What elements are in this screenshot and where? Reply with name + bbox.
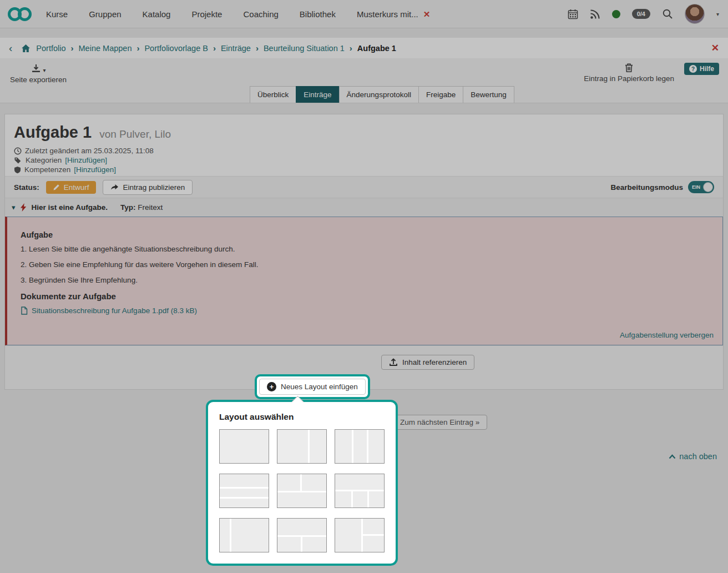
layout-chooser-popup: Layout auswählen bbox=[210, 404, 393, 561]
plus-circle-icon: + bbox=[267, 382, 276, 391]
tour-highlight-new-layout: + Neues Layout einfügen bbox=[255, 374, 370, 399]
layout-3-rows[interactable] bbox=[219, 474, 269, 508]
layout-options-grid bbox=[219, 429, 385, 552]
layout-popup-title: Layout auswählen bbox=[219, 412, 385, 422]
layout-1-top-2-bottom[interactable] bbox=[277, 518, 327, 552]
layout-1-top-3-bottom[interactable] bbox=[335, 474, 385, 508]
tour-highlight-popup: Layout auswählen bbox=[206, 400, 398, 566]
new-layout-button[interactable]: + Neues Layout einfügen bbox=[259, 379, 366, 395]
layout-2-top-1-bottom[interactable] bbox=[277, 474, 327, 508]
layout-1-column[interactable] bbox=[219, 429, 269, 464]
layout-2-columns[interactable] bbox=[277, 429, 327, 464]
app-window: Kurse Gruppen Katalog Projekte Coaching … bbox=[0, 0, 728, 573]
layout-3-columns[interactable] bbox=[335, 429, 385, 464]
layout-left-col-right-split[interactable] bbox=[335, 518, 385, 552]
new-layout-label: Neues Layout einfügen bbox=[281, 383, 358, 391]
layout-narrow-left[interactable] bbox=[219, 518, 269, 552]
